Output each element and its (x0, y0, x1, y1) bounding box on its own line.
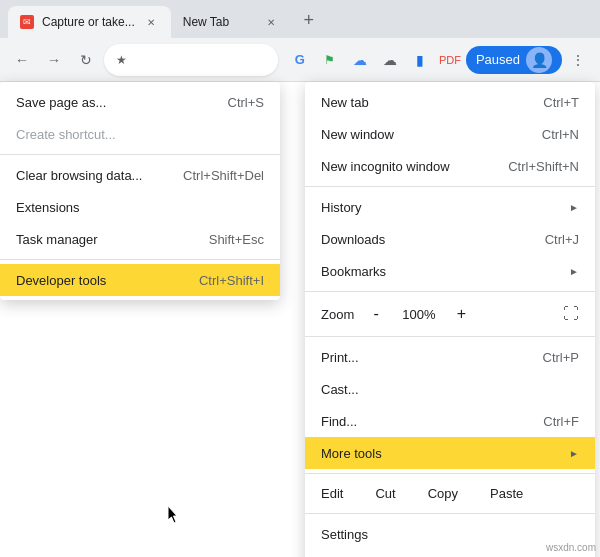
zoom-expand-icon[interactable]: ⛶ (563, 305, 579, 323)
edit-row: Edit Cut Copy Paste (305, 478, 595, 509)
mouse-cursor (168, 506, 182, 529)
save-page-label: Save page as... (16, 95, 204, 110)
tab-bar: ✉ Capture or take... ✕ New Tab ✕ + (0, 0, 600, 38)
print-label: Print... (321, 350, 519, 365)
downloads-item[interactable]: Downloads Ctrl+J (305, 223, 595, 255)
cloud-icon[interactable]: ☁ (346, 46, 374, 74)
pdf-icon[interactable]: PDF (436, 46, 464, 74)
developer-tools-shortcut: Ctrl+Shift+I (199, 273, 264, 288)
downloads-shortcut: Ctrl+J (545, 232, 579, 247)
toolbar: ← → ↻ ★ G ⚑ ☁ ☁ ▮ PDF Paused 👤 (0, 38, 600, 82)
new-window-item[interactable]: New window Ctrl+N (305, 118, 595, 150)
right-sep-2 (305, 291, 595, 292)
task-manager-shortcut: Shift+Esc (209, 232, 264, 247)
tab-close-1[interactable]: ✕ (143, 14, 159, 30)
reload-button[interactable]: ↻ (72, 46, 100, 74)
zoom-minus-button[interactable]: - (362, 300, 390, 328)
toolbar-icons: G ⚑ ☁ ☁ ▮ PDF Paused 👤 ⋮ (286, 46, 592, 74)
print-item[interactable]: Print... Ctrl+P (305, 341, 595, 373)
content-area: Save page as... Ctrl+S Create shortcut..… (0, 82, 600, 557)
create-shortcut-item[interactable]: Create shortcut... (0, 118, 280, 150)
history-item[interactable]: History ► (305, 191, 595, 223)
star-icon: ★ (116, 53, 127, 67)
tab-title-1: Capture or take... (42, 15, 135, 29)
create-shortcut-label: Create shortcut... (16, 127, 264, 142)
zoom-plus-button[interactable]: + (447, 300, 475, 328)
more-tools-label: More tools (321, 446, 561, 461)
bookmark-icon[interactable]: ▮ (406, 46, 434, 74)
right-sep-3 (305, 336, 595, 337)
more-tools-item[interactable]: More tools ► (305, 437, 595, 469)
find-shortcut: Ctrl+F (543, 414, 579, 429)
cut-button[interactable]: Cut (359, 482, 411, 505)
tab-title-2: New Tab (183, 15, 255, 29)
more-tools-submenu: Save page as... Ctrl+S Create shortcut..… (0, 82, 280, 300)
tab-newtab[interactable]: New Tab ✕ (171, 6, 291, 38)
paused-button[interactable]: Paused 👤 (466, 46, 562, 74)
developer-tools-label: Developer tools (16, 273, 175, 288)
copy-button[interactable]: Copy (412, 482, 474, 505)
new-window-label: New window (321, 127, 518, 142)
extension-icon-1[interactable]: ⚑ (316, 46, 344, 74)
zoom-row: Zoom - 100% + ⛶ (305, 296, 595, 332)
more-tools-arrow: ► (569, 448, 579, 459)
tab-capture[interactable]: ✉ Capture or take... ✕ (8, 6, 171, 38)
edit-label: Edit (321, 486, 343, 501)
save-page-shortcut: Ctrl+S (228, 95, 264, 110)
clear-browsing-label: Clear browsing data... (16, 168, 159, 183)
bookmarks-arrow: ► (569, 266, 579, 277)
clear-browsing-item[interactable]: Clear browsing data... Ctrl+Shift+Del (0, 159, 280, 191)
paste-button[interactable]: Paste (474, 482, 539, 505)
extensions-label: Extensions (16, 200, 264, 215)
chrome-main-menu: New tab Ctrl+T New window Ctrl+N New inc… (305, 82, 595, 557)
right-sep-5 (305, 513, 595, 514)
new-tab-item[interactable]: New tab Ctrl+T (305, 86, 595, 118)
address-bar[interactable]: ★ (104, 44, 278, 76)
user-avatar: 👤 (526, 47, 552, 73)
new-tab-shortcut: Ctrl+T (543, 95, 579, 110)
bookmarks-item[interactable]: Bookmarks ► (305, 255, 595, 287)
zoom-value: 100% (394, 307, 443, 322)
developer-tools-item[interactable]: Developer tools Ctrl+Shift+I (0, 264, 280, 296)
left-sep-1 (0, 154, 280, 155)
right-sep-4 (305, 473, 595, 474)
new-incognito-item[interactable]: New incognito window Ctrl+Shift+N (305, 150, 595, 182)
print-shortcut: Ctrl+P (543, 350, 579, 365)
new-tab-label: New tab (321, 95, 519, 110)
clear-browsing-shortcut: Ctrl+Shift+Del (183, 168, 264, 183)
cast-item[interactable]: Cast... (305, 373, 595, 405)
zoom-label: Zoom (321, 307, 354, 322)
find-item[interactable]: Find... Ctrl+F (305, 405, 595, 437)
tab-favicon-1: ✉ (20, 15, 34, 29)
cast-label: Cast... (321, 382, 579, 397)
paused-label: Paused (476, 52, 520, 67)
new-incognito-label: New incognito window (321, 159, 484, 174)
new-tab-button[interactable]: + (295, 6, 323, 34)
watermark: wsxdn.com (546, 542, 596, 553)
new-incognito-shortcut: Ctrl+Shift+N (508, 159, 579, 174)
find-label: Find... (321, 414, 519, 429)
back-button[interactable]: ← (8, 46, 36, 74)
history-label: History (321, 200, 561, 215)
task-manager-item[interactable]: Task manager Shift+Esc (0, 223, 280, 255)
left-sep-2 (0, 259, 280, 260)
tab-close-2[interactable]: ✕ (263, 14, 279, 30)
grammarly-icon[interactable]: G (286, 46, 314, 74)
bookmarks-label: Bookmarks (321, 264, 561, 279)
dark-cloud-icon[interactable]: ☁ (376, 46, 404, 74)
history-arrow: ► (569, 202, 579, 213)
save-page-item[interactable]: Save page as... Ctrl+S (0, 86, 280, 118)
extensions-item[interactable]: Extensions (0, 191, 280, 223)
downloads-label: Downloads (321, 232, 521, 247)
right-sep-1 (305, 186, 595, 187)
settings-label: Settings (321, 527, 579, 542)
forward-button[interactable]: → (40, 46, 68, 74)
menu-button[interactable]: ⋮ (564, 46, 592, 74)
browser-frame: ✉ Capture or take... ✕ New Tab ✕ + ← → ↻… (0, 0, 600, 557)
new-window-shortcut: Ctrl+N (542, 127, 579, 142)
task-manager-label: Task manager (16, 232, 185, 247)
